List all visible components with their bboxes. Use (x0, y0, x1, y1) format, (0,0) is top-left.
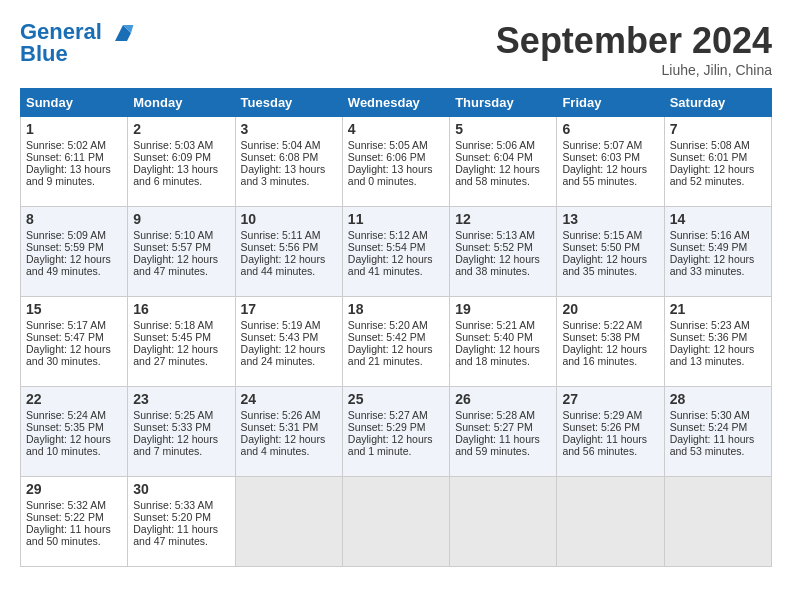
day-number: 8 (26, 211, 122, 227)
header-row: SundayMondayTuesdayWednesdayThursdayFrid… (21, 89, 772, 117)
cell-info-line: Sunrise: 5:25 AM (133, 409, 229, 421)
cell-info-line: Daylight: 11 hours (26, 523, 122, 535)
calendar-cell (557, 477, 664, 567)
calendar-cell: 27Sunrise: 5:29 AMSunset: 5:26 PMDayligh… (557, 387, 664, 477)
cell-info-line: Sunrise: 5:20 AM (348, 319, 444, 331)
day-number: 16 (133, 301, 229, 317)
cell-info-line: Daylight: 11 hours (455, 433, 551, 445)
cell-info-line: Sunset: 5:31 PM (241, 421, 337, 433)
calendar-cell: 24Sunrise: 5:26 AMSunset: 5:31 PMDayligh… (235, 387, 342, 477)
cell-info-line: Sunset: 5:43 PM (241, 331, 337, 343)
calendar-cell: 29Sunrise: 5:32 AMSunset: 5:22 PMDayligh… (21, 477, 128, 567)
calendar-cell: 11Sunrise: 5:12 AMSunset: 5:54 PMDayligh… (342, 207, 449, 297)
weekday-header: Tuesday (235, 89, 342, 117)
cell-info-line: Sunset: 6:06 PM (348, 151, 444, 163)
cell-info-line: Sunset: 5:20 PM (133, 511, 229, 523)
calendar-cell: 19Sunrise: 5:21 AMSunset: 5:40 PMDayligh… (450, 297, 557, 387)
cell-info-line: and 53 minutes. (670, 445, 766, 457)
day-number: 11 (348, 211, 444, 227)
cell-info-line: and 35 minutes. (562, 265, 658, 277)
cell-info-line: Daylight: 12 hours (133, 433, 229, 445)
calendar-cell: 1Sunrise: 5:02 AMSunset: 6:11 PMDaylight… (21, 117, 128, 207)
cell-info-line: Sunrise: 5:28 AM (455, 409, 551, 421)
calendar-cell: 21Sunrise: 5:23 AMSunset: 5:36 PMDayligh… (664, 297, 771, 387)
cell-info-line: Sunrise: 5:27 AM (348, 409, 444, 421)
cell-info-line: and 21 minutes. (348, 355, 444, 367)
title-block: September 2024 Liuhe, Jilin, China (496, 20, 772, 78)
weekday-header: Thursday (450, 89, 557, 117)
calendar-week-row: 8Sunrise: 5:09 AMSunset: 5:59 PMDaylight… (21, 207, 772, 297)
cell-info-line: Sunset: 5:24 PM (670, 421, 766, 433)
cell-info-line: and 4 minutes. (241, 445, 337, 457)
cell-info-line: Daylight: 12 hours (241, 433, 337, 445)
cell-info-line: Sunset: 5:29 PM (348, 421, 444, 433)
cell-info-line: Sunset: 5:40 PM (455, 331, 551, 343)
cell-info-line: Daylight: 12 hours (133, 343, 229, 355)
cell-info-line: Sunset: 5:38 PM (562, 331, 658, 343)
cell-info-line: Sunrise: 5:03 AM (133, 139, 229, 151)
cell-info-line: Sunrise: 5:15 AM (562, 229, 658, 241)
cell-info-line: Daylight: 11 hours (562, 433, 658, 445)
day-number: 3 (241, 121, 337, 137)
day-number: 18 (348, 301, 444, 317)
cell-info-line: and 49 minutes. (26, 265, 122, 277)
cell-info-line: Sunset: 6:08 PM (241, 151, 337, 163)
cell-info-line: Sunrise: 5:08 AM (670, 139, 766, 151)
day-number: 27 (562, 391, 658, 407)
cell-info-line: Daylight: 12 hours (348, 343, 444, 355)
cell-info-line: and 1 minute. (348, 445, 444, 457)
calendar-cell (450, 477, 557, 567)
cell-info-line: Sunrise: 5:33 AM (133, 499, 229, 511)
calendar-cell: 3Sunrise: 5:04 AMSunset: 6:08 PMDaylight… (235, 117, 342, 207)
logo: General Blue (20, 20, 135, 67)
cell-info-line: Sunset: 6:04 PM (455, 151, 551, 163)
calendar-cell: 9Sunrise: 5:10 AMSunset: 5:57 PMDaylight… (128, 207, 235, 297)
cell-info-line: and 6 minutes. (133, 175, 229, 187)
cell-info-line: Daylight: 12 hours (241, 343, 337, 355)
cell-info-line: and 0 minutes. (348, 175, 444, 187)
cell-info-line: Sunset: 5:36 PM (670, 331, 766, 343)
calendar-table: SundayMondayTuesdayWednesdayThursdayFrid… (20, 88, 772, 567)
day-number: 26 (455, 391, 551, 407)
calendar-week-row: 29Sunrise: 5:32 AMSunset: 5:22 PMDayligh… (21, 477, 772, 567)
cell-info-line: and 30 minutes. (26, 355, 122, 367)
day-number: 1 (26, 121, 122, 137)
cell-info-line: Sunset: 6:03 PM (562, 151, 658, 163)
calendar-cell: 22Sunrise: 5:24 AMSunset: 5:35 PMDayligh… (21, 387, 128, 477)
day-number: 23 (133, 391, 229, 407)
cell-info-line: Daylight: 12 hours (455, 253, 551, 265)
cell-info-line: Daylight: 12 hours (670, 253, 766, 265)
day-number: 7 (670, 121, 766, 137)
cell-info-line: and 24 minutes. (241, 355, 337, 367)
cell-info-line: and 44 minutes. (241, 265, 337, 277)
day-number: 14 (670, 211, 766, 227)
day-number: 30 (133, 481, 229, 497)
cell-info-line: and 55 minutes. (562, 175, 658, 187)
cell-info-line: Sunset: 5:47 PM (26, 331, 122, 343)
cell-info-line: Sunset: 5:50 PM (562, 241, 658, 253)
calendar-cell: 23Sunrise: 5:25 AMSunset: 5:33 PMDayligh… (128, 387, 235, 477)
cell-info-line: Daylight: 12 hours (26, 433, 122, 445)
day-number: 17 (241, 301, 337, 317)
cell-info-line: Sunset: 5:54 PM (348, 241, 444, 253)
calendar-cell: 5Sunrise: 5:06 AMSunset: 6:04 PMDaylight… (450, 117, 557, 207)
cell-info-line: and 59 minutes. (455, 445, 551, 457)
calendar-cell: 30Sunrise: 5:33 AMSunset: 5:20 PMDayligh… (128, 477, 235, 567)
calendar-cell: 12Sunrise: 5:13 AMSunset: 5:52 PMDayligh… (450, 207, 557, 297)
calendar-cell: 15Sunrise: 5:17 AMSunset: 5:47 PMDayligh… (21, 297, 128, 387)
cell-info-line: Daylight: 13 hours (241, 163, 337, 175)
cell-info-line: and 38 minutes. (455, 265, 551, 277)
cell-info-line: and 9 minutes. (26, 175, 122, 187)
weekday-header: Monday (128, 89, 235, 117)
cell-info-line: Sunrise: 5:13 AM (455, 229, 551, 241)
page-header: General Blue September 2024 Liuhe, Jilin… (20, 20, 772, 78)
cell-info-line: Sunset: 5:27 PM (455, 421, 551, 433)
cell-info-line: Daylight: 12 hours (241, 253, 337, 265)
cell-info-line: Sunrise: 5:06 AM (455, 139, 551, 151)
day-number: 21 (670, 301, 766, 317)
day-number: 4 (348, 121, 444, 137)
cell-info-line: and 47 minutes. (133, 265, 229, 277)
cell-info-line: Daylight: 12 hours (455, 343, 551, 355)
cell-info-line: Sunrise: 5:21 AM (455, 319, 551, 331)
cell-info-line: Daylight: 12 hours (26, 343, 122, 355)
